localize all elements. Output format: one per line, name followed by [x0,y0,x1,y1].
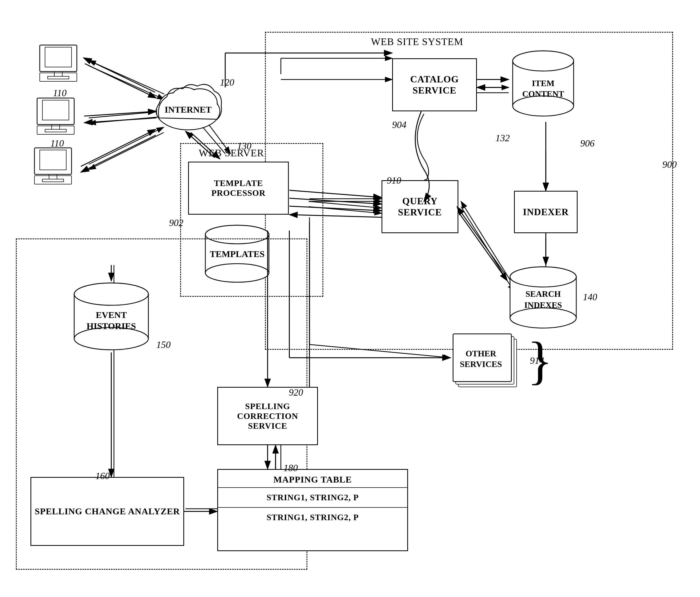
svg-rect-38 [54,72,62,76]
svg-line-93 [84,118,156,123]
web-site-system-label: WEB SITE SYSTEM [371,36,464,47]
svg-rect-45 [37,126,74,134]
spelling-change-analyzer-box: SPELLING CHANGE ANALYZER [30,477,184,546]
svg-rect-49 [42,179,64,182]
label-150: 150 [156,339,171,350]
svg-line-90 [85,64,156,98]
svg-point-85 [74,283,148,305]
label-902: 902 [169,217,183,228]
diagram: 110 110 INTERNET 120 WEB SITE SYSTEM 900… [0,0,700,597]
svg-rect-39 [48,76,69,79]
svg-text:SEARCH: SEARCH [525,289,560,299]
svg-line-8 [89,132,164,170]
svg-rect-42 [42,100,69,120]
web-server-label: WEB SERVER [199,147,264,159]
svg-text:INTERNET: INTERNET [165,105,212,115]
event-histories-cylinder: EVENT HISTORIES [69,281,154,352]
svg-rect-48 [49,174,57,179]
svg-rect-43 [52,125,59,129]
other-services-stack: OTHER SERVICES [450,331,525,400]
label-910: 910 [387,175,401,186]
label-110-2: 110 [50,138,64,149]
search-indexes-cylinder: SEARCH INDEXES [506,265,580,331]
svg-point-73 [510,308,576,328]
label-140: 140 [583,292,597,303]
indexer-box: INDEXER [514,191,578,233]
svg-text:CONTENT: CONTENT [522,89,564,99]
mapping-row-1: STRING1, STRING2, P [218,488,407,508]
svg-point-74 [510,267,576,287]
svg-rect-40 [40,73,77,81]
svg-point-68 [513,51,574,71]
mapping-row-2: STRING1, STRING2, P [218,508,407,527]
svg-text:HISTORIES: HISTORIES [86,321,136,331]
svg-rect-37 [45,47,72,67]
internet-cloud: INTERNET [151,77,225,135]
label-132: 132 [496,132,510,144]
svg-line-94 [81,129,156,167]
template-processor-box: TEMPLATE PROCESSOR [188,161,289,215]
svg-rect-44 [45,129,66,132]
svg-text:INDEXES: INDEXES [524,300,562,310]
label-906: 906 [580,138,595,149]
label-920: 920 [289,387,303,398]
client-1 [32,42,85,85]
query-service-box: QUERY SERVICE [381,180,458,233]
client-2 [29,95,82,138]
svg-text:ITEM: ITEM [532,78,554,88]
label-900: 900 [662,159,677,170]
label-160: 160 [95,470,110,481]
item-content-cylinder: ITEM CONTENT [509,48,578,122]
label-904: 904 [392,119,406,130]
svg-line-91 [83,58,155,92]
svg-rect-47 [40,150,66,170]
svg-point-67 [513,96,574,116]
mapping-table-box: MAPPING TABLE STRING1, STRING2, P STRING… [217,469,408,551]
svg-text:SERVICES: SERVICES [460,359,502,369]
svg-rect-50 [34,176,72,184]
client-3 [26,145,79,188]
label-180: 180 [283,463,298,474]
svg-text:OTHER: OTHER [466,349,496,358]
label-120: 120 [220,77,234,88]
catalog-service-box: CATALOG SERVICE [392,58,477,111]
mapping-table-title: MAPPING TABLE [218,470,407,488]
brace-914: } [527,334,553,387]
label-130: 130 [237,141,251,152]
svg-line-95 [81,135,156,172]
svg-line-92 [84,111,156,116]
label-110-1: 110 [53,88,67,99]
svg-text:EVENT: EVENT [96,310,127,320]
